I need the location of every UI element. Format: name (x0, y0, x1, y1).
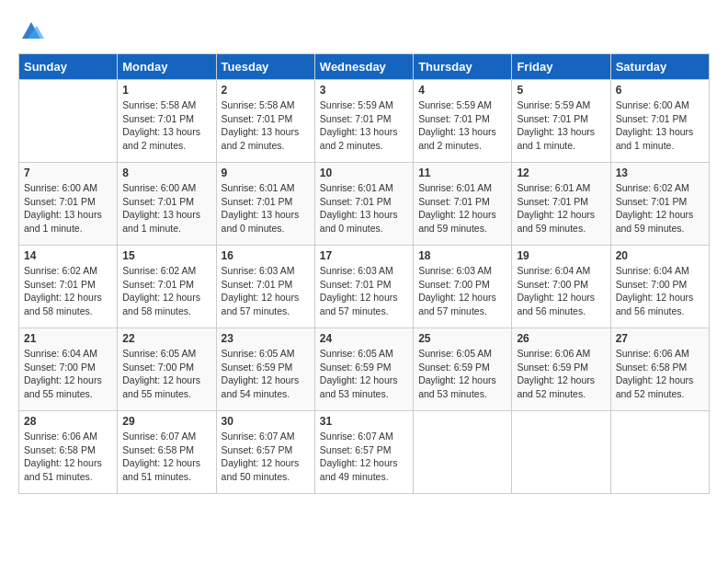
calendar-header-row: SundayMondayTuesdayWednesdayThursdayFrid… (19, 54, 710, 80)
header-sunday: Sunday (19, 54, 118, 80)
day-number: 29 (122, 415, 210, 428)
day-info: Sunrise: 5:58 AM Sunset: 7:01 PM Dayligh… (122, 98, 210, 153)
page-header (18, 18, 710, 44)
calendar-table: SundayMondayTuesdayWednesdayThursdayFrid… (18, 53, 710, 494)
calendar-cell: 12Sunrise: 6:01 AM Sunset: 7:01 PM Dayli… (512, 163, 610, 246)
calendar-cell: 3Sunrise: 5:59 AM Sunset: 7:01 PM Daylig… (314, 80, 413, 163)
day-number: 10 (320, 167, 408, 179)
calendar-cell: 15Sunrise: 6:02 AM Sunset: 7:01 PM Dayli… (118, 246, 216, 328)
day-number: 11 (418, 167, 506, 179)
calendar-cell: 21Sunrise: 6:04 AM Sunset: 7:00 PM Dayli… (19, 328, 118, 411)
day-number: 27 (616, 332, 704, 345)
day-info: Sunrise: 6:06 AM Sunset: 6:58 PM Dayligh… (24, 430, 112, 484)
day-number: 19 (517, 249, 605, 262)
day-number: 20 (616, 249, 704, 262)
day-number: 15 (122, 249, 210, 262)
calendar-cell: 31Sunrise: 6:07 AM Sunset: 6:57 PM Dayli… (314, 411, 413, 494)
day-info: Sunrise: 6:03 AM Sunset: 7:01 PM Dayligh… (222, 264, 310, 318)
day-number: 9 (222, 167, 310, 179)
day-number: 23 (222, 332, 310, 345)
day-number: 14 (24, 249, 112, 262)
day-number: 13 (616, 167, 704, 179)
header-monday: Monday (118, 54, 216, 80)
calendar-cell (610, 411, 709, 494)
calendar-cell: 22Sunrise: 6:05 AM Sunset: 7:00 PM Dayli… (118, 328, 216, 411)
day-number: 28 (24, 415, 112, 428)
day-info: Sunrise: 6:00 AM Sunset: 7:01 PM Dayligh… (616, 98, 704, 153)
day-number: 31 (320, 415, 408, 428)
day-info: Sunrise: 5:58 AM Sunset: 7:01 PM Dayligh… (222, 98, 310, 153)
day-number: 1 (122, 84, 210, 97)
day-number: 2 (222, 84, 310, 97)
day-info: Sunrise: 6:02 AM Sunset: 7:01 PM Dayligh… (122, 264, 210, 318)
calendar-cell: 26Sunrise: 6:06 AM Sunset: 6:59 PM Dayli… (512, 328, 610, 411)
day-info: Sunrise: 6:07 AM Sunset: 6:58 PM Dayligh… (122, 430, 210, 484)
day-info: Sunrise: 5:59 AM Sunset: 7:01 PM Dayligh… (517, 98, 605, 153)
day-info: Sunrise: 6:07 AM Sunset: 6:57 PM Dayligh… (222, 430, 310, 484)
day-info: Sunrise: 6:02 AM Sunset: 7:01 PM Dayligh… (616, 181, 704, 236)
header-tuesday: Tuesday (216, 54, 314, 80)
day-info: Sunrise: 6:06 AM Sunset: 6:58 PM Dayligh… (616, 347, 704, 401)
calendar-cell: 5Sunrise: 5:59 AM Sunset: 7:01 PM Daylig… (512, 80, 610, 163)
calendar-cell: 27Sunrise: 6:06 AM Sunset: 6:58 PM Dayli… (610, 328, 709, 411)
day-info: Sunrise: 6:07 AM Sunset: 6:57 PM Dayligh… (320, 430, 408, 484)
calendar-cell: 2Sunrise: 5:58 AM Sunset: 7:01 PM Daylig… (216, 80, 314, 163)
calendar-cell: 23Sunrise: 6:05 AM Sunset: 6:59 PM Dayli… (216, 328, 314, 411)
day-number: 16 (222, 249, 310, 262)
day-number: 3 (320, 84, 408, 97)
day-number: 4 (418, 84, 506, 97)
day-info: Sunrise: 6:02 AM Sunset: 7:01 PM Dayligh… (24, 264, 112, 318)
day-info: Sunrise: 6:00 AM Sunset: 7:01 PM Dayligh… (122, 181, 210, 236)
day-info: Sunrise: 6:05 AM Sunset: 6:59 PM Dayligh… (222, 347, 310, 401)
calendar-cell: 7Sunrise: 6:00 AM Sunset: 7:01 PM Daylig… (19, 163, 118, 246)
calendar-cell: 28Sunrise: 6:06 AM Sunset: 6:58 PM Dayli… (19, 411, 118, 494)
calendar-cell: 10Sunrise: 6:01 AM Sunset: 7:01 PM Dayli… (314, 163, 413, 246)
header-wednesday: Wednesday (314, 54, 413, 80)
day-info: Sunrise: 5:59 AM Sunset: 7:01 PM Dayligh… (418, 98, 506, 153)
logo (18, 18, 47, 44)
calendar-cell (19, 80, 118, 163)
calendar-cell: 24Sunrise: 6:05 AM Sunset: 6:59 PM Dayli… (314, 328, 413, 411)
day-info: Sunrise: 6:04 AM Sunset: 7:00 PM Dayligh… (616, 264, 704, 318)
day-number: 6 (616, 84, 704, 97)
day-info: Sunrise: 5:59 AM Sunset: 7:01 PM Dayligh… (320, 98, 408, 153)
day-info: Sunrise: 6:05 AM Sunset: 6:59 PM Dayligh… (320, 347, 408, 401)
calendar-week-row: 28Sunrise: 6:06 AM Sunset: 6:58 PM Dayli… (19, 411, 710, 494)
header-friday: Friday (512, 54, 610, 80)
calendar-cell: 8Sunrise: 6:00 AM Sunset: 7:01 PM Daylig… (118, 163, 216, 246)
header-saturday: Saturday (610, 54, 709, 80)
calendar-week-row: 14Sunrise: 6:02 AM Sunset: 7:01 PM Dayli… (19, 246, 710, 328)
day-number: 8 (122, 167, 210, 179)
day-number: 30 (222, 415, 310, 428)
day-info: Sunrise: 6:03 AM Sunset: 7:01 PM Dayligh… (320, 264, 408, 318)
day-number: 24 (320, 332, 408, 345)
calendar-cell: 11Sunrise: 6:01 AM Sunset: 7:01 PM Dayli… (414, 163, 512, 246)
calendar-cell: 9Sunrise: 6:01 AM Sunset: 7:01 PM Daylig… (216, 163, 314, 246)
header-thursday: Thursday (414, 54, 512, 80)
day-info: Sunrise: 6:05 AM Sunset: 6:59 PM Dayligh… (418, 347, 506, 401)
day-info: Sunrise: 6:03 AM Sunset: 7:00 PM Dayligh… (418, 264, 506, 318)
logo-icon (18, 18, 44, 44)
calendar-week-row: 1Sunrise: 5:58 AM Sunset: 7:01 PM Daylig… (19, 80, 710, 163)
day-info: Sunrise: 6:04 AM Sunset: 7:00 PM Dayligh… (24, 347, 112, 401)
day-number: 21 (24, 332, 112, 345)
day-number: 22 (122, 332, 210, 345)
calendar-cell: 19Sunrise: 6:04 AM Sunset: 7:00 PM Dayli… (512, 246, 610, 328)
calendar-cell: 30Sunrise: 6:07 AM Sunset: 6:57 PM Dayli… (216, 411, 314, 494)
day-number: 26 (517, 332, 605, 345)
calendar-cell: 6Sunrise: 6:00 AM Sunset: 7:01 PM Daylig… (610, 80, 709, 163)
day-info: Sunrise: 6:04 AM Sunset: 7:00 PM Dayligh… (517, 264, 605, 318)
calendar-cell (414, 411, 512, 494)
day-info: Sunrise: 6:01 AM Sunset: 7:01 PM Dayligh… (222, 181, 310, 236)
day-info: Sunrise: 6:01 AM Sunset: 7:01 PM Dayligh… (418, 181, 506, 236)
day-number: 12 (517, 167, 605, 179)
calendar-week-row: 21Sunrise: 6:04 AM Sunset: 7:00 PM Dayli… (19, 328, 710, 411)
calendar-cell: 16Sunrise: 6:03 AM Sunset: 7:01 PM Dayli… (216, 246, 314, 328)
day-info: Sunrise: 6:00 AM Sunset: 7:01 PM Dayligh… (24, 181, 112, 236)
calendar-cell: 14Sunrise: 6:02 AM Sunset: 7:01 PM Dayli… (19, 246, 118, 328)
calendar-week-row: 7Sunrise: 6:00 AM Sunset: 7:01 PM Daylig… (19, 163, 710, 246)
day-info: Sunrise: 6:01 AM Sunset: 7:01 PM Dayligh… (517, 181, 605, 236)
day-info: Sunrise: 6:06 AM Sunset: 6:59 PM Dayligh… (517, 347, 605, 401)
calendar-cell: 29Sunrise: 6:07 AM Sunset: 6:58 PM Dayli… (118, 411, 216, 494)
calendar-cell: 4Sunrise: 5:59 AM Sunset: 7:01 PM Daylig… (414, 80, 512, 163)
